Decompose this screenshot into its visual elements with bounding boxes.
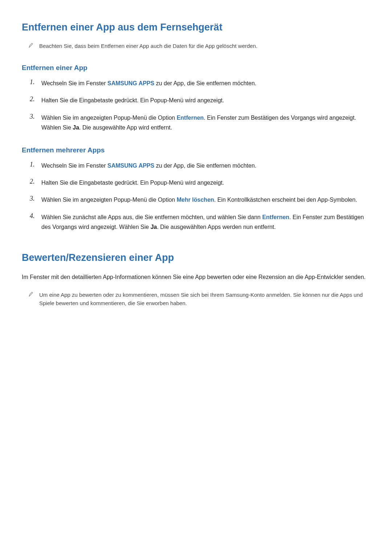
step-text: Halten Sie die Eingabetaste gedrückt. Ei…	[41, 95, 224, 105]
step-item: 2. Halten Sie die Eingabetaste gedrückt.…	[30, 95, 370, 105]
section-remove-app: Entfernen einer App aus dem Fernsehgerät…	[22, 22, 370, 232]
pencil-note-icon	[28, 291, 34, 297]
step-text: Wechseln Sie im Fenster SAMSUNG APPS zu …	[41, 78, 256, 88]
step-text: Halten Sie die Eingabetaste gedrückt. Ei…	[41, 178, 224, 188]
step-text: Wählen Sie im angezeigten Popup-Menü die…	[41, 195, 357, 205]
keyword: SAMSUNG APPS	[107, 163, 154, 169]
heading-remove-multiple-apps: Entfernen mehrerer Apps	[22, 146, 370, 154]
step-item: 4. Wählen Sie zunächst alle Apps aus, di…	[30, 212, 370, 232]
note-text: Um eine App zu bewerten oder zu kommenti…	[39, 291, 370, 308]
step-item: 3. Wählen Sie im angezeigten Popup-Menü …	[30, 195, 370, 205]
step-text: Wählen Sie zunächst alle Apps aus, die S…	[41, 212, 370, 232]
step-number: 3.	[30, 113, 38, 120]
step-text: Wechseln Sie im Fenster SAMSUNG APPS zu …	[41, 161, 256, 171]
heading-remove-app: Entfernen einer App aus dem Fernsehgerät	[22, 22, 370, 33]
keyword: Entfernen	[177, 115, 204, 121]
step-number: 2.	[30, 178, 38, 185]
heading-remove-one-app: Entfernen einer App	[22, 64, 370, 72]
step-item: 1. Wechseln Sie im Fenster SAMSUNG APPS …	[30, 161, 370, 171]
keyword: SAMSUNG APPS	[107, 80, 154, 86]
note-block-warning: Beachten Sie, dass beim Entfernen einer …	[28, 42, 370, 50]
step-number: 4.	[30, 212, 38, 220]
keyword: Ja	[73, 124, 79, 131]
steps-remove-one-app: 1. Wechseln Sie im Fenster SAMSUNG APPS …	[30, 78, 370, 132]
step-item: 2. Halten Sie die Eingabetaste gedrückt.…	[30, 178, 370, 188]
step-item: 3. Wählen Sie im angezeigten Popup-Menü …	[30, 113, 370, 132]
keyword: Entfernen	[262, 214, 289, 220]
step-number: 1.	[30, 161, 38, 168]
step-number: 2.	[30, 95, 38, 103]
note-text: Beachten Sie, dass beim Entfernen einer …	[39, 42, 257, 50]
note-block-login: Um eine App zu bewerten oder zu kommenti…	[28, 291, 370, 308]
steps-remove-multiple-apps: 1. Wechseln Sie im Fenster SAMSUNG APPS …	[30, 161, 370, 232]
step-number: 3.	[30, 195, 38, 202]
pencil-note-icon	[28, 42, 34, 48]
heading-rate-review: Bewerten/Rezensieren einer App	[22, 252, 370, 263]
step-text: Wählen Sie im angezeigten Popup-Menü die…	[41, 113, 370, 132]
keyword: Mehr löschen	[177, 197, 214, 203]
paragraph-rate-review: Im Fenster mit den detaillierten App-Inf…	[22, 272, 370, 282]
keyword: Ja	[151, 224, 157, 230]
step-number: 1.	[30, 78, 38, 86]
section-rate-review: Bewerten/Rezensieren einer App Im Fenste…	[22, 252, 370, 308]
step-item: 1. Wechseln Sie im Fenster SAMSUNG APPS …	[30, 78, 370, 88]
